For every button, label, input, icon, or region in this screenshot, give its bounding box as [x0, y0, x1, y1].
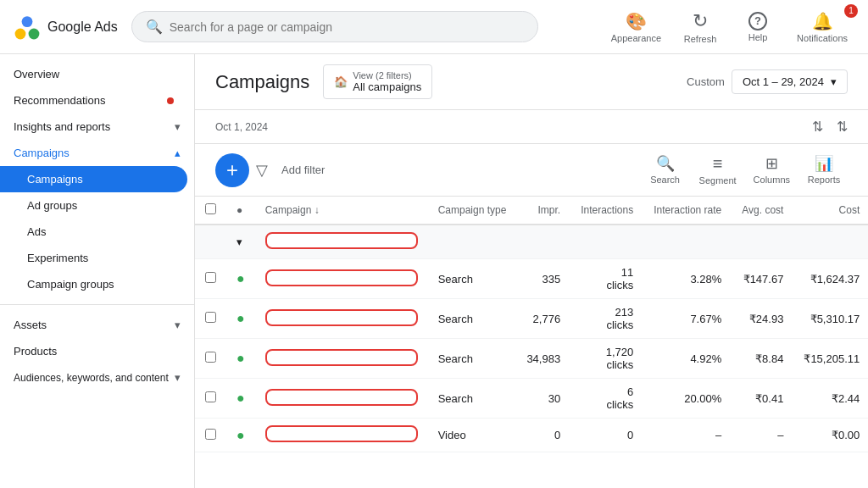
sidebar-item-recommendations[interactable]: Recommendations — [0, 87, 187, 114]
row1-checkbox[interactable] — [195, 259, 226, 299]
row2-interactions: 213clicks — [570, 299, 643, 339]
refresh-button[interactable]: ↻ Refresh — [675, 7, 726, 47]
redacted-campaign-name-1 — [265, 269, 418, 286]
date-range-value: Oct 1 – 29, 2024 — [743, 75, 824, 88]
row2-campaign-name[interactable] — [255, 299, 428, 339]
chart-area: Oct 1, 2024 ⇅ ⇅ — [195, 110, 868, 144]
sidebar-item-products[interactable]: Products — [0, 338, 187, 364]
row2-checkbox[interactable] — [195, 299, 226, 339]
refresh-icon: ↻ — [693, 10, 708, 32]
row5-cost: ₹0.00 — [793, 419, 868, 452]
row3-campaign-name[interactable] — [255, 339, 428, 379]
total-type-cell — [428, 225, 517, 259]
table-header-row: ● Campaign ↓ Campaign type Impr. Interac… — [195, 197, 868, 225]
sidebar-item-overview[interactable]: Overview — [0, 61, 187, 87]
total-expand-icon[interactable]: ▾ — [236, 236, 242, 248]
row1-status: ● — [226, 259, 255, 299]
reports-toolbar-button[interactable]: 📊 Reports — [800, 151, 848, 189]
svg-point-0 — [15, 28, 26, 39]
row1-campaign-name[interactable] — [255, 259, 428, 299]
row4-campaign-name[interactable] — [255, 379, 428, 419]
help-icon: ? — [748, 12, 767, 30]
toolbar: + ▽ Add filter 🔍 Search ≡ Segment ⊞ Colu… — [195, 144, 868, 197]
row4-interactions: 6clicks — [570, 379, 643, 419]
chart-control-icon-2[interactable]: ⇅ — [837, 119, 848, 135]
th-interactions: Interactions — [570, 197, 643, 225]
row4-avg-cost: ₹0.41 — [732, 379, 793, 419]
row5-checkbox[interactable] — [195, 419, 226, 452]
total-cost-cell — [793, 225, 868, 259]
sidebar-item-campaigns-section[interactable]: Campaigns ▴ — [0, 140, 194, 166]
th-campaign[interactable]: Campaign ↓ — [255, 197, 428, 225]
row3-checkbox[interactable] — [195, 339, 226, 379]
help-label: Help — [748, 32, 768, 42]
segment-toolbar-button[interactable]: ≡ Segment — [693, 151, 743, 189]
th-checkbox — [195, 197, 226, 225]
total-impr-cell — [516, 225, 570, 259]
sidebar-item-adgroups[interactable]: Ad groups — [0, 192, 194, 219]
sidebar-item-insights[interactable]: Insights and reports ▾ — [0, 114, 194, 140]
notification-badge: 1 — [844, 4, 858, 18]
row3-avg-cost: ₹8.84 — [732, 339, 793, 379]
date-range-button[interactable]: Oct 1 – 29, 2024 ▾ — [732, 69, 848, 94]
sidebar-item-ads[interactable]: Ads — [0, 219, 194, 245]
notifications-button[interactable]: 🔔 1 Notifications — [790, 8, 854, 47]
row2-impr: 2,776 — [516, 299, 570, 339]
date-label: Custom — [687, 75, 725, 88]
row5-interactions: 0 — [570, 419, 643, 452]
th-impr: Impr. — [516, 197, 570, 225]
add-filter-button[interactable]: Add filter — [275, 160, 331, 180]
header: Google Ads 🔍 🎨 Appearance ↻ Refresh ? He… — [0, 0, 868, 54]
search-toolbar-button[interactable]: 🔍 Search — [642, 151, 689, 189]
search-input[interactable] — [170, 20, 524, 34]
columns-toolbar-button[interactable]: ⊞ Columns — [747, 151, 797, 189]
sidebar-item-experiments-label: Experiments — [27, 252, 88, 264]
search-toolbar-icon: 🔍 — [656, 154, 675, 173]
add-campaign-button[interactable]: + — [215, 153, 249, 187]
notifications-icon: 🔔 — [812, 11, 833, 31]
sidebar-item-adgroups-label: Ad groups — [27, 199, 77, 212]
row1-impr: 335 — [516, 259, 570, 299]
sidebar-divider-1 — [0, 304, 194, 305]
row4-impr: 30 — [516, 379, 570, 419]
table-row: ● Search 30 6clicks 20.00% ₹0.41 ₹2.44 — [195, 379, 868, 419]
sidebar: Overview Recommendations Insights and re… — [0, 54, 195, 488]
table-row: ● Video 0 0 – – ₹0.00 — [195, 419, 868, 452]
search-icon: 🔍 — [146, 19, 163, 35]
appearance-button[interactable]: 🎨 Appearance — [604, 8, 668, 47]
sidebar-item-insights-label: Insights and reports — [14, 120, 110, 133]
svg-point-1 — [29, 28, 40, 39]
columns-toolbar-icon: ⊞ — [765, 154, 778, 173]
search-bar[interactable]: 🔍 — [131, 11, 538, 42]
sidebar-item-experiments[interactable]: Experiments — [0, 245, 194, 271]
select-all-checkbox[interactable] — [205, 203, 216, 214]
filter-icon[interactable]: ▽ — [256, 161, 268, 180]
chart-control-icon-1[interactable]: ⇅ — [812, 119, 823, 135]
sidebar-item-campaign-groups[interactable]: Campaign groups — [0, 271, 194, 297]
row5-campaign-name[interactable] — [255, 419, 428, 452]
sidebar-item-audiences[interactable]: Audiences, keywords, and content ▾ — [0, 364, 194, 391]
segment-toolbar-label: Segment — [699, 175, 737, 186]
row4-status: ● — [226, 379, 255, 419]
row5-status: ● — [226, 419, 255, 452]
recommendations-dot — [167, 97, 174, 104]
campaigns-chevron-icon: ▴ — [175, 147, 181, 159]
sidebar-item-campaigns[interactable]: Campaigns — [0, 166, 187, 192]
filter-icon: 🏠 — [334, 75, 348, 88]
sidebar-item-assets[interactable]: Assets ▾ — [0, 312, 194, 338]
google-ads-logo-icon — [14, 14, 41, 41]
sidebar-item-assets-label: Assets — [14, 319, 47, 331]
insights-chevron-icon: ▾ — [175, 120, 181, 133]
row4-checkbox[interactable] — [195, 379, 226, 419]
view-filter-button[interactable]: 🏠 View (2 filters) All campaigns — [323, 64, 432, 99]
help-button[interactable]: ? Help — [732, 8, 783, 46]
table-row: ● Search 2,776 213clicks 7.67% ₹24.93 ₹5… — [195, 299, 868, 339]
assets-chevron-icon: ▾ — [175, 319, 181, 331]
date-picker: Custom Oct 1 – 29, 2024 ▾ — [687, 69, 848, 94]
row3-cost: ₹15,205.11 — [793, 339, 868, 379]
logo-text: Google Ads — [47, 19, 118, 35]
search-toolbar-label: Search — [650, 175, 680, 185]
chart-controls: ⇅ ⇅ — [812, 119, 848, 135]
campaign-header: Campaigns 🏠 View (2 filters) All campaig… — [195, 54, 868, 110]
header-actions: 🎨 Appearance ↻ Refresh ? Help 🔔 1 Notifi… — [604, 7, 854, 47]
